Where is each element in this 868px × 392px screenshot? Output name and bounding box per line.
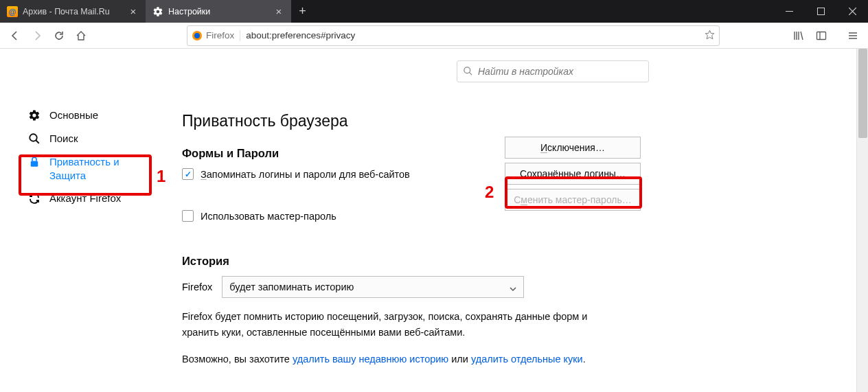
exceptions-button[interactable]: Исключения…	[505, 137, 641, 159]
history-desc-2: Возможно, вы захотите удалить вашу недав…	[182, 351, 621, 367]
clear-cookies-link[interactable]: удалить отдельные куки	[471, 354, 583, 365]
sidebar-item-label: Основные	[49, 108, 98, 122]
forward-button[interactable]	[26, 25, 48, 47]
svg-point-7	[30, 134, 37, 141]
sidebar-item-label: Поиск	[49, 132, 78, 146]
history-lead: Firefox	[182, 281, 212, 292]
remember-logins-checkbox[interactable]	[182, 168, 194, 180]
master-password-checkbox[interactable]	[182, 210, 194, 222]
select-value: будет запоминать историю	[229, 281, 354, 292]
history-mode-select[interactable]: будет запоминать историю	[222, 276, 524, 298]
clear-history-link[interactable]: удалить вашу недавнюю историю	[293, 354, 448, 365]
new-tab-button[interactable]: +	[291, 0, 314, 23]
reload-button[interactable]	[48, 25, 70, 47]
change-master-password-button: Сменить мастер-пароль…	[505, 189, 641, 211]
prefs-search	[457, 60, 649, 82]
svg-marker-4	[705, 30, 714, 39]
menu-icon[interactable]	[842, 25, 864, 47]
firefox-logo-icon	[192, 30, 203, 41]
sidebar-item-label: Приватность и Защита	[49, 155, 150, 182]
svg-rect-0	[786, 11, 793, 12]
lock-icon	[27, 155, 41, 169]
tab-settings[interactable]: Настройки ×	[146, 0, 291, 23]
url-bar[interactable]: Firefox about:preferences#privacy	[187, 25, 720, 46]
sidebar-item-privacy[interactable]: Приватность и Защита	[0, 150, 161, 187]
mail-favicon-icon: @	[7, 6, 18, 17]
sidebar-item-general[interactable]: Основные	[0, 104, 161, 127]
remember-logins-label: Запоминать логины и пароли для веб-сайто…	[201, 169, 410, 180]
master-password-label: Использовать мастер-пароль	[201, 211, 336, 222]
svg-line-11	[469, 72, 472, 75]
tab-mail[interactable]: @ Архив - Почта Mail.Ru ×	[0, 0, 146, 23]
close-icon[interactable]: ×	[273, 6, 284, 17]
gear-icon	[152, 6, 163, 17]
svg-rect-9	[31, 161, 38, 167]
sidebar-item-search[interactable]: Поиск	[0, 127, 161, 150]
prefs-sidebar: Основные Поиск Приватность и Защита Акка…	[0, 49, 161, 392]
maximize-icon[interactable]	[805, 0, 836, 23]
identity-box[interactable]: Firefox	[192, 30, 240, 41]
preferences-content: Основные Поиск Приватность и Защита Акка…	[0, 49, 868, 392]
identity-label: Firefox	[206, 30, 234, 41]
svg-rect-1	[817, 8, 824, 15]
sync-icon	[27, 192, 41, 205]
svg-rect-5	[817, 32, 826, 39]
sidebar-icon[interactable]	[810, 25, 832, 47]
page-title: Приватность браузера	[182, 112, 868, 130]
tab-label: Настройки	[168, 7, 273, 16]
gear-icon	[27, 108, 41, 122]
svg-point-10	[464, 67, 470, 73]
sidebar-item-label: Аккаунт Firefox	[49, 192, 121, 205]
bookmark-star-icon[interactable]	[705, 30, 715, 42]
scrollbar-thumb[interactable]	[858, 49, 867, 138]
search-icon	[463, 66, 473, 79]
back-button[interactable]	[4, 25, 26, 47]
chevron-down-icon	[510, 284, 516, 295]
library-icon[interactable]	[787, 25, 809, 47]
minimize-icon[interactable]	[773, 0, 805, 23]
close-icon[interactable]: ×	[128, 6, 139, 17]
search-icon	[27, 132, 41, 146]
scrollbar[interactable]	[856, 49, 868, 392]
tab-label: Архив - Почта Mail.Ru	[23, 7, 128, 16]
history-desc-1: Firefox будет помнить историю посещений,…	[182, 309, 621, 341]
saved-logins-button[interactable]: Сохранённые логины…	[505, 163, 641, 185]
prefs-main: Приватность браузера Формы и Пароли Запо…	[161, 49, 868, 392]
window-close-icon[interactable]	[836, 0, 868, 23]
search-input[interactable]	[457, 60, 649, 82]
url-text: about:preferences#privacy	[246, 30, 355, 41]
svg-line-8	[36, 140, 39, 143]
home-button[interactable]	[70, 25, 92, 47]
tab-strip: @ Архив - Почта Mail.Ru × Настройки × +	[0, 0, 868, 23]
sidebar-item-account[interactable]: Аккаунт Firefox	[0, 187, 161, 210]
section-history: История	[182, 255, 868, 268]
nav-toolbar: Firefox about:preferences#privacy	[0, 23, 868, 49]
svg-point-3	[194, 33, 200, 38]
